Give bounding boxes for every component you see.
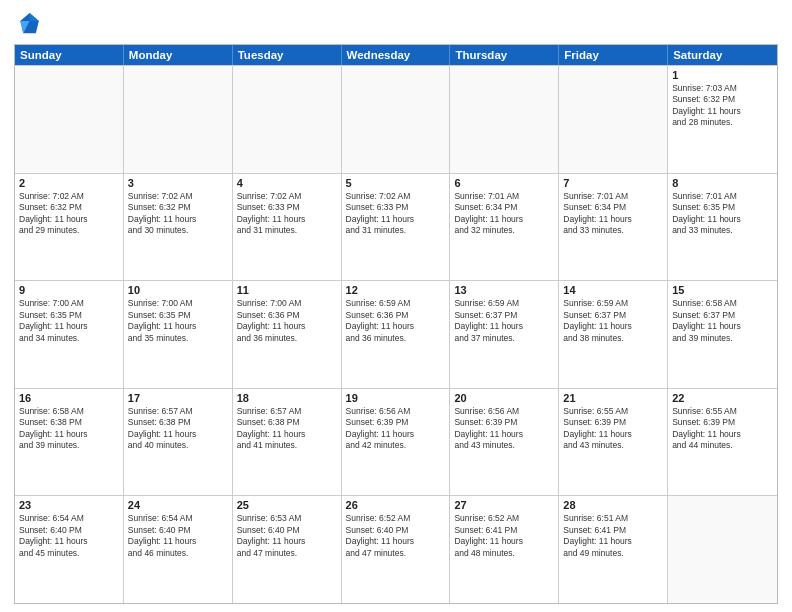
day-cell-21: 21Sunrise: 6:55 AM Sunset: 6:39 PM Dayli… [559,389,668,496]
day-info: Sunrise: 7:00 AM Sunset: 6:35 PM Dayligh… [128,298,228,344]
calendar-row-2: 2Sunrise: 7:02 AM Sunset: 6:32 PM Daylig… [15,173,777,281]
day-number: 21 [563,392,663,404]
logo-icon [14,10,42,38]
day-cell-2: 2Sunrise: 7:02 AM Sunset: 6:32 PM Daylig… [15,174,124,281]
day-info: Sunrise: 6:57 AM Sunset: 6:38 PM Dayligh… [128,406,228,452]
day-cell-12: 12Sunrise: 6:59 AM Sunset: 6:36 PM Dayli… [342,281,451,388]
day-cell-22: 22Sunrise: 6:55 AM Sunset: 6:39 PM Dayli… [668,389,777,496]
day-cell-4: 4Sunrise: 7:02 AM Sunset: 6:33 PM Daylig… [233,174,342,281]
day-info: Sunrise: 6:57 AM Sunset: 6:38 PM Dayligh… [237,406,337,452]
day-cell-24: 24Sunrise: 6:54 AM Sunset: 6:40 PM Dayli… [124,496,233,603]
day-number: 22 [672,392,773,404]
day-cell-empty-0-4 [450,66,559,173]
weekday-header-tuesday: Tuesday [233,45,342,65]
day-info: Sunrise: 6:54 AM Sunset: 6:40 PM Dayligh… [128,513,228,559]
calendar-row-1: 1Sunrise: 7:03 AM Sunset: 6:32 PM Daylig… [15,65,777,173]
day-cell-26: 26Sunrise: 6:52 AM Sunset: 6:40 PM Dayli… [342,496,451,603]
day-cell-empty-0-1 [124,66,233,173]
page: SundayMondayTuesdayWednesdayThursdayFrid… [0,0,792,612]
day-number: 19 [346,392,446,404]
header [14,10,778,38]
day-info: Sunrise: 6:55 AM Sunset: 6:39 PM Dayligh… [563,406,663,452]
day-cell-empty-0-2 [233,66,342,173]
day-info: Sunrise: 7:02 AM Sunset: 6:32 PM Dayligh… [19,191,119,237]
day-number: 13 [454,284,554,296]
day-info: Sunrise: 7:01 AM Sunset: 6:34 PM Dayligh… [454,191,554,237]
day-number: 4 [237,177,337,189]
logo [14,10,46,38]
day-cell-5: 5Sunrise: 7:02 AM Sunset: 6:33 PM Daylig… [342,174,451,281]
day-number: 10 [128,284,228,296]
day-number: 1 [672,69,773,81]
day-info: Sunrise: 6:58 AM Sunset: 6:37 PM Dayligh… [672,298,773,344]
day-cell-28: 28Sunrise: 6:51 AM Sunset: 6:41 PM Dayli… [559,496,668,603]
day-cell-15: 15Sunrise: 6:58 AM Sunset: 6:37 PM Dayli… [668,281,777,388]
weekday-header-friday: Friday [559,45,668,65]
day-info: Sunrise: 6:56 AM Sunset: 6:39 PM Dayligh… [454,406,554,452]
day-number: 20 [454,392,554,404]
day-info: Sunrise: 6:51 AM Sunset: 6:41 PM Dayligh… [563,513,663,559]
day-cell-14: 14Sunrise: 6:59 AM Sunset: 6:37 PM Dayli… [559,281,668,388]
day-cell-empty-4-6 [668,496,777,603]
day-number: 14 [563,284,663,296]
calendar: SundayMondayTuesdayWednesdayThursdayFrid… [14,44,778,604]
day-number: 2 [19,177,119,189]
day-cell-16: 16Sunrise: 6:58 AM Sunset: 6:38 PM Dayli… [15,389,124,496]
day-info: Sunrise: 6:53 AM Sunset: 6:40 PM Dayligh… [237,513,337,559]
day-number: 27 [454,499,554,511]
weekday-header-sunday: Sunday [15,45,124,65]
day-number: 12 [346,284,446,296]
day-number: 8 [672,177,773,189]
day-number: 24 [128,499,228,511]
day-cell-13: 13Sunrise: 6:59 AM Sunset: 6:37 PM Dayli… [450,281,559,388]
day-cell-empty-0-3 [342,66,451,173]
day-cell-8: 8Sunrise: 7:01 AM Sunset: 6:35 PM Daylig… [668,174,777,281]
calendar-header: SundayMondayTuesdayWednesdayThursdayFrid… [15,45,777,65]
day-cell-27: 27Sunrise: 6:52 AM Sunset: 6:41 PM Dayli… [450,496,559,603]
day-info: Sunrise: 6:58 AM Sunset: 6:38 PM Dayligh… [19,406,119,452]
day-number: 11 [237,284,337,296]
svg-marker-1 [30,13,39,21]
day-cell-19: 19Sunrise: 6:56 AM Sunset: 6:39 PM Dayli… [342,389,451,496]
day-cell-25: 25Sunrise: 6:53 AM Sunset: 6:40 PM Dayli… [233,496,342,603]
day-info: Sunrise: 7:01 AM Sunset: 6:34 PM Dayligh… [563,191,663,237]
calendar-row-3: 9Sunrise: 7:00 AM Sunset: 6:35 PM Daylig… [15,280,777,388]
calendar-row-5: 23Sunrise: 6:54 AM Sunset: 6:40 PM Dayli… [15,495,777,603]
day-info: Sunrise: 6:59 AM Sunset: 6:36 PM Dayligh… [346,298,446,344]
day-cell-empty-0-5 [559,66,668,173]
weekday-header-saturday: Saturday [668,45,777,65]
day-number: 7 [563,177,663,189]
day-number: 5 [346,177,446,189]
day-number: 16 [19,392,119,404]
day-number: 26 [346,499,446,511]
day-cell-1: 1Sunrise: 7:03 AM Sunset: 6:32 PM Daylig… [668,66,777,173]
day-number: 9 [19,284,119,296]
day-info: Sunrise: 6:59 AM Sunset: 6:37 PM Dayligh… [563,298,663,344]
day-info: Sunrise: 7:02 AM Sunset: 6:33 PM Dayligh… [346,191,446,237]
weekday-header-wednesday: Wednesday [342,45,451,65]
day-number: 28 [563,499,663,511]
day-cell-20: 20Sunrise: 6:56 AM Sunset: 6:39 PM Dayli… [450,389,559,496]
day-info: Sunrise: 7:00 AM Sunset: 6:36 PM Dayligh… [237,298,337,344]
day-info: Sunrise: 7:02 AM Sunset: 6:33 PM Dayligh… [237,191,337,237]
day-cell-10: 10Sunrise: 7:00 AM Sunset: 6:35 PM Dayli… [124,281,233,388]
day-cell-3: 3Sunrise: 7:02 AM Sunset: 6:32 PM Daylig… [124,174,233,281]
day-info: Sunrise: 6:52 AM Sunset: 6:40 PM Dayligh… [346,513,446,559]
day-info: Sunrise: 7:02 AM Sunset: 6:32 PM Dayligh… [128,191,228,237]
calendar-row-4: 16Sunrise: 6:58 AM Sunset: 6:38 PM Dayli… [15,388,777,496]
day-cell-17: 17Sunrise: 6:57 AM Sunset: 6:38 PM Dayli… [124,389,233,496]
day-number: 6 [454,177,554,189]
day-info: Sunrise: 6:59 AM Sunset: 6:37 PM Dayligh… [454,298,554,344]
day-info: Sunrise: 7:00 AM Sunset: 6:35 PM Dayligh… [19,298,119,344]
day-number: 3 [128,177,228,189]
day-info: Sunrise: 6:55 AM Sunset: 6:39 PM Dayligh… [672,406,773,452]
day-cell-empty-0-0 [15,66,124,173]
calendar-body: 1Sunrise: 7:03 AM Sunset: 6:32 PM Daylig… [15,65,777,603]
day-cell-23: 23Sunrise: 6:54 AM Sunset: 6:40 PM Dayli… [15,496,124,603]
day-cell-9: 9Sunrise: 7:00 AM Sunset: 6:35 PM Daylig… [15,281,124,388]
weekday-header-thursday: Thursday [450,45,559,65]
day-number: 25 [237,499,337,511]
day-number: 23 [19,499,119,511]
day-cell-6: 6Sunrise: 7:01 AM Sunset: 6:34 PM Daylig… [450,174,559,281]
day-number: 15 [672,284,773,296]
